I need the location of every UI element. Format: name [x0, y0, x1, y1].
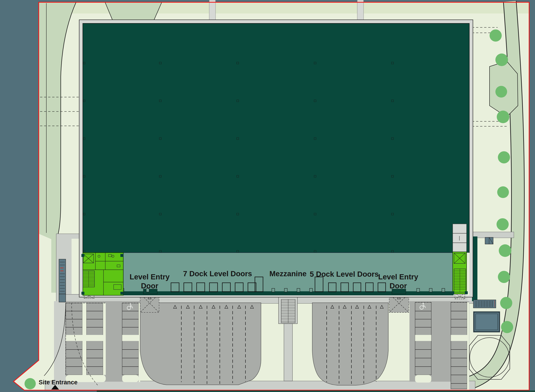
parking-row	[451, 302, 467, 389]
plant-box	[485, 237, 493, 244]
cycle-shelter-left	[59, 259, 66, 302]
offsite-road-edge	[97, 390, 535, 392]
site-plan: Level Entry Door 7 Dock Level Doors Mezz…	[0, 0, 535, 392]
label-level-entry-door-right: Level Entry Door	[378, 272, 418, 290]
label-mezzanine: Mezzanine	[269, 269, 306, 278]
tree	[24, 378, 36, 389]
west-footpath	[71, 239, 79, 294]
cycle-stands-right	[473, 300, 496, 308]
parking-island	[66, 335, 106, 341]
truck-court-right	[312, 303, 388, 385]
parking-left	[54, 301, 140, 382]
mezzanine-path	[284, 324, 293, 381]
entrance-road	[54, 301, 66, 382]
label-level-entry-door-left: Level Entry Door	[130, 272, 170, 290]
parking-right	[409, 301, 469, 391]
utility-rooms	[453, 224, 467, 252]
label-7-dock-level-doors: 7 Dock Level Doors	[183, 269, 252, 278]
truck-court-left	[140, 303, 261, 385]
building	[79, 20, 473, 299]
site-plan-drawing	[0, 0, 535, 392]
office-core-left	[81, 253, 123, 295]
warehouse-floor	[83, 23, 469, 253]
triangle-up-icon	[51, 385, 59, 390]
office-core-right	[451, 252, 468, 294]
label-5-dock-level-doors: 5 Dock Level Doors	[310, 270, 379, 279]
south-access-road	[45, 381, 475, 391]
substation	[474, 312, 499, 332]
